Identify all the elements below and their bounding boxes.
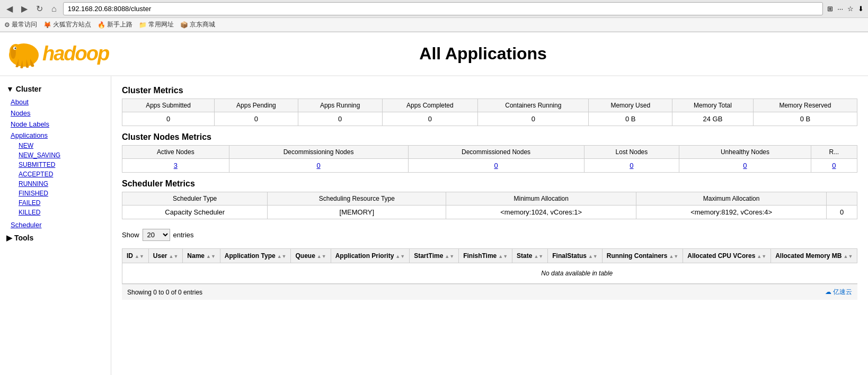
- th-app-priority[interactable]: Application Priority▲▼: [331, 249, 410, 263]
- th-running-containers[interactable]: Running Containers▲▼: [602, 249, 683, 263]
- no-data-message: No data available in table: [122, 263, 858, 284]
- val-containers-running: 0: [478, 112, 589, 126]
- col-decommissioned-nodes: Decommissioned Nodes: [408, 146, 584, 159]
- val-active-nodes[interactable]: 3: [122, 159, 229, 173]
- main-layout: ▼ Cluster About Nodes Node Labels Applic…: [0, 76, 868, 375]
- sort-icon-finish-time: ▲▼: [498, 254, 508, 259]
- sort-icon-name: ▲▼: [206, 254, 216, 259]
- col-apps-completed: Apps Completed: [382, 99, 478, 112]
- download-icon[interactable]: ⬇: [858, 5, 864, 13]
- th-name[interactable]: Name▲▼: [183, 249, 220, 263]
- cluster-metrics-header-row: Apps Submitted Apps Pending Apps Running…: [122, 99, 857, 112]
- back-button[interactable]: ◀: [4, 3, 15, 15]
- more-menu-button[interactable]: ···: [837, 5, 843, 13]
- url-bar[interactable]: [63, 2, 823, 15]
- sidebar: ▼ Cluster About Nodes Node Labels Applic…: [0, 76, 111, 375]
- col-lost-nodes: Lost Nodes: [584, 146, 679, 159]
- th-queue[interactable]: Queue▲▼: [291, 249, 331, 263]
- svg-point-4: [15, 48, 16, 49]
- show-entries-control: Show 10 20 50 100 entries: [122, 226, 857, 244]
- val-memory-used: 0 B: [589, 112, 672, 126]
- bookmark-xinshou[interactable]: 🔥 新手上路: [98, 20, 132, 29]
- forward-button[interactable]: ▶: [19, 3, 30, 15]
- col-apps-running: Apps Running: [298, 99, 382, 112]
- content-area: Cluster Metrics Apps Submitted Apps Pend…: [111, 76, 868, 375]
- browser-chrome: ◀ ▶ ↻ ⌂ ⊞ ··· ☆ ⬇ ⚙ 最常访问 🦊 火狐官方站点 🔥 新手上路…: [0, 0, 868, 32]
- nodes-metrics-header-row: Active Nodes Decommissioning Nodes Decom…: [122, 146, 857, 159]
- val-scheduler-type: Capacity Scheduler: [122, 206, 268, 219]
- bookmark-changyong[interactable]: 📁 常用网址: [139, 20, 174, 29]
- cluster-label: Cluster: [16, 85, 41, 93]
- th-id[interactable]: ID▲▼: [122, 249, 149, 263]
- sidebar-sub-running[interactable]: RUNNING: [0, 179, 111, 189]
- entries-select[interactable]: 10 20 50 100: [143, 229, 170, 241]
- sort-icon-running-containers: ▲▼: [669, 254, 678, 259]
- sidebar-sub-killed[interactable]: KILLED: [0, 208, 111, 217]
- th-app-type[interactable]: Application Type▲▼: [220, 249, 291, 263]
- bookmark-jingdong[interactable]: 📦 京东商城: [180, 20, 215, 29]
- entries-label: entries: [173, 231, 194, 239]
- reload-button[interactable]: ↻: [34, 3, 45, 15]
- val-apps-submitted: 0: [122, 112, 215, 126]
- sidebar-item-scheduler[interactable]: Scheduler: [0, 219, 111, 230]
- home-button[interactable]: ⌂: [49, 3, 59, 15]
- col-decommissioning-nodes: Decommissioning Nodes: [229, 146, 408, 159]
- col-scheduler-type: Scheduler Type: [122, 192, 268, 206]
- col-minimum-allocation: Minimum Allocation: [446, 192, 636, 206]
- sort-icon-start-time: ▲▼: [445, 254, 454, 259]
- th-start-time[interactable]: StartTime▲▼: [410, 249, 459, 263]
- sort-icon-id: ▲▼: [135, 254, 144, 259]
- col-memory-reserved: Memory Reserved: [753, 99, 857, 112]
- val-memory-reserved: 0 B: [753, 112, 857, 126]
- th-user[interactable]: User▲▼: [148, 249, 183, 263]
- val-scheduler-extra: 0: [827, 206, 857, 219]
- scheduler-data-row: Capacity Scheduler [MEMORY] <memory:1024…: [122, 206, 857, 219]
- sidebar-sub-new[interactable]: NEW: [0, 141, 111, 150]
- sidebar-item-node-labels[interactable]: Node Labels: [0, 119, 111, 130]
- bookmark-zuichang[interactable]: ⚙ 最常访问: [4, 20, 37, 29]
- th-state[interactable]: State▲▼: [512, 249, 548, 263]
- col-unhealthy-nodes: Unhealthy Nodes: [679, 146, 811, 159]
- th-finish-time[interactable]: FinishTime▲▼: [459, 249, 512, 263]
- val-decommissioning-nodes[interactable]: 0: [229, 159, 408, 173]
- star-bookmark-icon[interactable]: ☆: [847, 5, 854, 13]
- col-apps-pending: Apps Pending: [215, 99, 298, 112]
- val-decommissioned-nodes[interactable]: 0: [408, 159, 584, 173]
- scheduler-metrics-title: Scheduler Metrics: [122, 179, 857, 189]
- val-lost-nodes[interactable]: 0: [584, 159, 679, 173]
- sidebar-sub-failed[interactable]: FAILED: [0, 198, 111, 208]
- cloud-logo: ☁ 亿速云: [825, 288, 852, 297]
- col-scheduler-extra: [827, 192, 857, 206]
- logo-text: hadoop: [42, 42, 109, 65]
- col-containers-running: Containers Running: [478, 99, 589, 112]
- col-memory-used: Memory Used: [589, 99, 672, 112]
- sort-icon-state: ▲▼: [534, 254, 543, 259]
- sidebar-item-nodes[interactable]: Nodes: [0, 108, 111, 119]
- cluster-nav-header[interactable]: ▼ Cluster: [0, 82, 111, 96]
- th-final-status[interactable]: FinalStatus▲▼: [548, 249, 603, 263]
- cluster-metrics-title: Cluster Metrics: [122, 86, 857, 95]
- sort-icon-app-type: ▲▼: [277, 254, 287, 259]
- val-r-nodes[interactable]: 0: [811, 159, 857, 173]
- cluster-arrow-icon: ▼: [6, 85, 14, 93]
- sidebar-sub-submitted[interactable]: SUBMITTED: [0, 160, 111, 169]
- sort-icon-final-status: ▲▼: [588, 254, 598, 259]
- nodes-metrics-data-row: 3 0 0 0 0 0: [122, 159, 857, 173]
- val-unhealthy-nodes[interactable]: 0: [679, 159, 811, 173]
- th-allocated-cpu[interactable]: Allocated CPU VCores▲▼: [683, 249, 771, 263]
- col-maximum-allocation: Maximum Allocation: [636, 192, 827, 206]
- th-allocated-memory[interactable]: Allocated Memory MB▲▼: [771, 249, 857, 263]
- tools-nav-header[interactable]: ▶ Tools: [0, 230, 111, 245]
- sidebar-sub-finished[interactable]: FINISHED: [0, 189, 111, 198]
- sidebar-sub-new-saving[interactable]: NEW_SAVING: [0, 150, 111, 160]
- col-apps-submitted: Apps Submitted: [122, 99, 215, 112]
- col-r-nodes: R...: [811, 146, 857, 159]
- sidebar-sub-accepted[interactable]: ACCEPTED: [0, 169, 111, 179]
- sort-icon-allocated-cpu: ▲▼: [757, 254, 766, 259]
- sidebar-item-applications[interactable]: Applications: [0, 130, 111, 141]
- bookmarks-bar: ⚙ 最常访问 🦊 火狐官方站点 🔥 新手上路 📁 常用网址 📦 京东商城: [0, 18, 868, 32]
- sidebar-item-about[interactable]: About: [0, 96, 111, 108]
- elephant-icon: [5, 37, 42, 71]
- val-maximum-allocation: <memory:8192, vCores:4>: [636, 206, 827, 219]
- bookmark-huhu[interactable]: 🦊 火狐官方站点: [43, 20, 91, 29]
